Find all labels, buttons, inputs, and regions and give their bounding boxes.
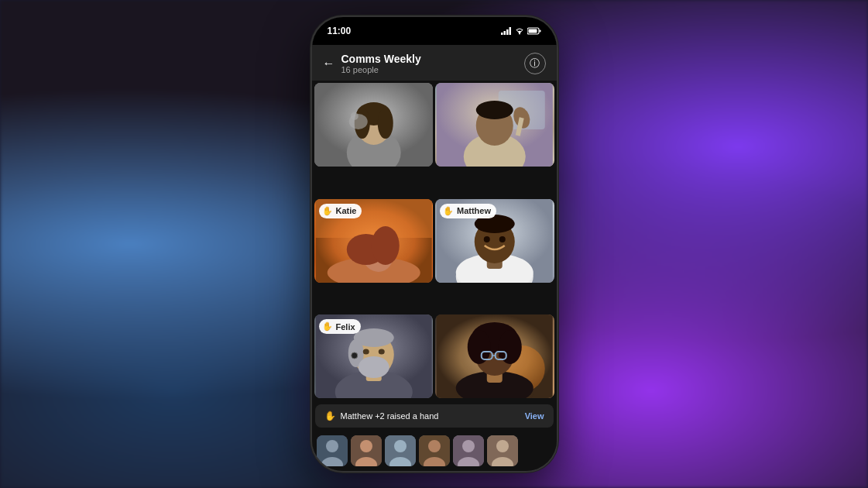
video-bg-woman-cat bbox=[314, 83, 434, 167]
svg-point-59 bbox=[485, 353, 489, 358]
svg-point-13 bbox=[377, 108, 393, 139]
svg-point-74 bbox=[462, 440, 475, 452]
call-subtitle: 16 people bbox=[341, 65, 421, 74]
participants-strip bbox=[312, 431, 557, 471]
participant-thumb-1[interactable] bbox=[317, 435, 348, 466]
raised-hand-notification[interactable]: ✋ Matthew +2 raised a hand View bbox=[315, 404, 554, 428]
header-title-block: Comms Weekly 16 people bbox=[341, 53, 421, 74]
notification-text: Matthew +2 raised a hand bbox=[341, 411, 439, 421]
phone-frame: 11:00 bbox=[310, 15, 558, 473]
participant-thumb-5[interactable] bbox=[453, 435, 484, 466]
svg-point-20 bbox=[476, 101, 513, 119]
woman2-visual bbox=[435, 314, 554, 398]
video-bg-woman2 bbox=[435, 314, 554, 398]
phone-screen: ← Comms Weekly 16 people ⓘ bbox=[312, 45, 557, 471]
svg-point-4 bbox=[519, 33, 520, 35]
participant-avatar-5 bbox=[453, 435, 484, 466]
hand-raised-icon-felix: ✋ bbox=[322, 321, 333, 332]
felix-hand-badge: ✋ Felix bbox=[319, 319, 361, 334]
signal-icon bbox=[501, 27, 512, 35]
svg-point-46 bbox=[378, 349, 384, 355]
svg-point-60 bbox=[499, 353, 503, 358]
hand-raised-icon: ✋ bbox=[322, 206, 333, 216]
status-icons bbox=[501, 27, 541, 35]
participant-thumb-4[interactable] bbox=[419, 435, 450, 466]
notification-hand-icon: ✋ bbox=[324, 411, 336, 421]
participant-thumb-6[interactable] bbox=[487, 435, 518, 466]
video-cell-top-right[interactable] bbox=[435, 83, 554, 167]
participant-avatar-4 bbox=[419, 435, 450, 466]
participant-avatar-2 bbox=[351, 435, 382, 466]
video-bg-man-wave bbox=[435, 83, 554, 167]
svg-point-71 bbox=[428, 440, 441, 452]
svg-point-43 bbox=[358, 356, 389, 378]
participant-avatar-1 bbox=[317, 435, 348, 466]
man-wave-visual bbox=[435, 83, 554, 167]
participant-thumb-2[interactable] bbox=[351, 435, 382, 466]
svg-point-77 bbox=[496, 440, 509, 452]
video-cell-katie[interactable]: ✋ Katie bbox=[314, 199, 434, 283]
svg-rect-3 bbox=[509, 27, 511, 35]
woman-cat-visual bbox=[314, 83, 434, 167]
participant-thumb-3[interactable] bbox=[385, 435, 416, 466]
info-icon: ⓘ bbox=[530, 57, 540, 70]
svg-point-28 bbox=[371, 226, 399, 265]
svg-point-35 bbox=[484, 236, 490, 242]
info-button[interactable]: ⓘ bbox=[524, 53, 546, 74]
view-button[interactable]: View bbox=[525, 411, 544, 421]
felix-label: Felix bbox=[336, 322, 355, 332]
video-grid: ✋ Katie bbox=[312, 81, 557, 431]
svg-point-36 bbox=[499, 236, 506, 242]
svg-point-44 bbox=[351, 352, 357, 359]
katie-label: Katie bbox=[336, 206, 357, 215]
participant-avatar-3 bbox=[385, 435, 416, 466]
svg-point-15 bbox=[350, 112, 358, 120]
video-cell-felix[interactable]: ✋ Felix bbox=[314, 314, 434, 398]
svg-point-65 bbox=[360, 440, 372, 452]
status-bar: 11:00 bbox=[312, 17, 557, 45]
matthew-hand-badge: ✋ Matthew bbox=[440, 204, 496, 218]
hand-raised-icon-matthew: ✋ bbox=[443, 206, 454, 216]
katie-hand-badge: ✋ Katie bbox=[319, 204, 362, 218]
svg-rect-6 bbox=[539, 30, 540, 33]
svg-rect-1 bbox=[503, 31, 506, 35]
participant-avatar-6 bbox=[487, 435, 518, 466]
back-button[interactable]: ← bbox=[323, 57, 335, 70]
svg-rect-0 bbox=[501, 33, 503, 35]
matthew-label: Matthew bbox=[457, 206, 491, 215]
battery-icon bbox=[527, 27, 541, 35]
svg-point-45 bbox=[362, 349, 369, 355]
video-cell-matthew[interactable]: ✋ Matthew bbox=[435, 199, 554, 283]
time-display: 11:00 bbox=[328, 26, 352, 36]
svg-point-68 bbox=[394, 440, 407, 452]
svg-rect-7 bbox=[528, 29, 537, 33]
wifi-icon bbox=[515, 27, 524, 35]
call-header: ← Comms Weekly 16 people ⓘ bbox=[312, 45, 557, 81]
svg-rect-2 bbox=[506, 29, 509, 35]
header-left: ← Comms Weekly 16 people bbox=[323, 53, 421, 74]
notification-content: ✋ Matthew +2 raised a hand bbox=[324, 411, 439, 421]
video-cell-top-left[interactable] bbox=[314, 83, 434, 167]
call-title: Comms Weekly bbox=[341, 53, 421, 65]
video-cell-woman2[interactable] bbox=[435, 314, 554, 398]
svg-point-62 bbox=[326, 440, 338, 452]
